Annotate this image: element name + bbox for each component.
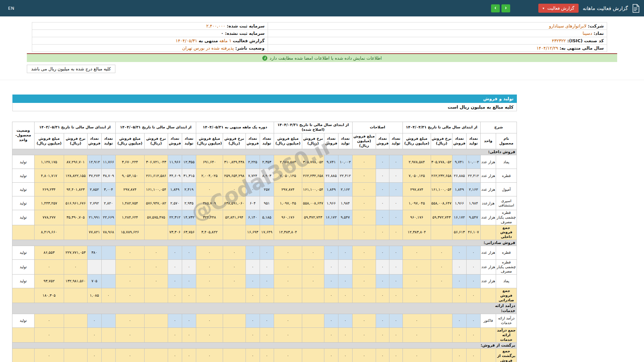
- value-cell: [64, 288, 87, 303]
- value-cell: [431, 349, 452, 362]
- sub-column-header: تعداد تولید: [389, 133, 402, 149]
- value-cell: ۱,۱۲۷,۱۷۵: [34, 155, 64, 169]
- value-cell: ۰: [389, 275, 402, 288]
- company-link[interactable]: لابراتوارهای سینادارو: [549, 23, 587, 28]
- value-cell: ۳۸۵,۷۰۹: [196, 196, 223, 210]
- product-name-cell: پماد: [496, 155, 517, 169]
- value-cell: ۳۰۵,۷۷۸,۰۵۲: [302, 155, 324, 169]
- sub-column-header: نرخ فروش (ریال): [302, 133, 324, 149]
- info-cell: سرمایه ثبت نشده: ۰: [32, 30, 268, 37]
- value-cell: ۰: [352, 246, 376, 259]
- value-cell: ۰: [467, 259, 481, 274]
- value-cell: ۲,۱۶۲: [338, 183, 352, 196]
- value-cell: [101, 246, 115, 259]
- value-cell: [324, 225, 338, 240]
- sub-column-header: تعداد تولید: [182, 133, 196, 149]
- value-cell: ۵۷۶,۹۴۷,۰۸۲: [144, 196, 168, 210]
- navbar-right-group: گزارش فعالیت ماهانه گزارش فعالیت ▾ ‹ ›: [491, 4, 639, 13]
- value-cell: ۱,۴۸۲,۷۵۴: [115, 196, 144, 210]
- value-cell: [101, 314, 115, 328]
- unit-cell: هزار عدد: [481, 259, 496, 274]
- report-type-dropdown[interactable]: گزارش فعالیت ▾: [538, 4, 579, 13]
- value-cell: ۰: [389, 328, 402, 343]
- product-name-cell: اسپری استنشاقی: [496, 196, 517, 210]
- info-value: ۲,۴۰۰,۰۰۰: [206, 23, 225, 28]
- status-cell: تولید: [12, 314, 34, 328]
- value-cell: ۰: [467, 288, 481, 303]
- next-report-button[interactable]: ›: [491, 4, 500, 12]
- value-cell: ۰: [402, 349, 431, 362]
- language-en-link[interactable]: EN: [8, 6, 14, 11]
- value-cell: ۹,۷۴۱: [452, 155, 467, 169]
- value-cell: [302, 314, 324, 328]
- value-cell: ۰: [338, 275, 352, 288]
- info-label: کد صنعت (ISIC):: [567, 38, 604, 43]
- section-row: فروش صادراتی:: [12, 240, 517, 246]
- value-cell: ۰: [87, 314, 101, 328]
- value-cell: ۳,۶۷۰,۲۲۴: [115, 155, 144, 169]
- value-cell: ۲,۱۶۲: [467, 183, 481, 196]
- value-cell: ۰: [302, 246, 324, 259]
- table-header: شرحاز ابتدای سال مالی تا تاریخ ۱۴۰۴/۰۴/۳…: [12, 122, 517, 149]
- value-cell: ۰: [115, 349, 144, 362]
- value-cell: ۲,۹۳۵: [182, 196, 196, 210]
- value-cell: [101, 349, 115, 362]
- section-label-cell: فروش صادراتی:: [12, 240, 517, 246]
- unit-cell: [481, 328, 496, 343]
- value-cell: ۰: [274, 275, 302, 288]
- value-cell: ۱۲,۳۸۳,۸۰۴: [402, 225, 431, 240]
- value-cell: [431, 328, 452, 343]
- value-cell: ۰: [196, 288, 223, 303]
- report-document-icon: [632, 4, 639, 13]
- info-cell: سال مالی منتهی به: ۱۴۰۴/۱۲/۲۹: [268, 45, 607, 52]
- product-name-cell: قطره چشمی یکبار مصرف: [496, 259, 517, 274]
- status-cell: تولید: [12, 155, 34, 169]
- info-value: ۱۴۰۴/۰۵/۳۱: [175, 38, 197, 43]
- value-cell: ۳,۴۰۵,۸۲۲: [196, 225, 223, 240]
- prev-report-button[interactable]: ‹: [501, 4, 510, 12]
- sub-column-header: تعداد فروش: [452, 133, 467, 149]
- value-cell: ۰: [223, 275, 246, 288]
- value-cell: ۰: [352, 225, 376, 240]
- status-cell: تولید: [12, 246, 34, 259]
- info-cell: شرکت: لابراتوارهای سینادارو: [268, 22, 607, 30]
- value-cell: ۰: [389, 349, 402, 362]
- value-cell: ۰: [376, 169, 389, 183]
- col-product-name: نام محصول: [496, 133, 517, 149]
- alert-text: اطلاعات نمایش داده شده با اطلاعات امضا ش…: [270, 56, 382, 61]
- value-cell: ۵۵۸,۰۰۸,۶۴۷: [302, 196, 324, 210]
- value-cell: ۸۷,۲۹۶,۷۰۱: [64, 155, 87, 169]
- value-cell: ۶۹۱,۶۴۰: [196, 155, 223, 169]
- value-cell: ۰: [352, 196, 376, 210]
- info-label: منتهی به: [199, 38, 218, 43]
- status-cell: تولید: [12, 210, 34, 225]
- sub-column-header: نرخ فروش (ریال): [223, 133, 246, 149]
- info-row: نماد: دسینا سرمایه ثبت نشده: ۰: [32, 30, 607, 37]
- value-cell: ۲۶۹,۲۳۴: [34, 183, 64, 196]
- value-cell: [144, 288, 168, 303]
- value-cell: ۱۲,۳۵۵: [182, 155, 196, 169]
- product-name-cell: قطره چشمی یکبار مصرف: [496, 210, 517, 225]
- value-cell: ۲۲,۳۱۲: [168, 210, 182, 225]
- value-cell: ۰: [115, 328, 144, 343]
- col-product-status: وضعیت محصول-واحد: [12, 122, 34, 149]
- value-cell: ۱,۴۴۳,۲۵۷: [34, 196, 64, 210]
- section-row: درآمد ارائه خدمات:: [12, 303, 517, 314]
- product-row: قطرههزار عدد۲۲,۴۱۲۲۶,۸۸۵۲۶۲,۲۳۲,۶۵۸۷,۰۵۰…: [12, 169, 517, 183]
- value-cell: ۲۲,۴۱۲: [338, 169, 352, 183]
- value-cell: ۰: [246, 349, 260, 362]
- value-cell: ۰: [168, 314, 182, 328]
- value-cell: ۲,۵۷۰: [168, 196, 182, 210]
- value-cell: ۰: [260, 259, 274, 274]
- value-cell: ۰: [87, 328, 101, 343]
- value-cell: ۰: [352, 328, 376, 343]
- value-cell: [223, 288, 246, 303]
- value-cell: ۰: [352, 155, 376, 169]
- info-label: سرمایه ثبت شده:: [227, 23, 265, 28]
- table-body: فروش داخلی:پمادهزار عدد۱۰,۰۰۲۹,۷۴۱۳۰۵,۷۷…: [12, 149, 517, 362]
- value-cell: ۹۵۱: [260, 196, 274, 210]
- unit-cell: [481, 288, 496, 303]
- value-cell: [144, 349, 168, 362]
- total-row: جمع فروش داخلی۴۶,۱۰۷۵۶,۶۱۳۱۲,۳۸۳,۸۰۴۰۰۰۱…: [12, 225, 517, 240]
- col-group-1: اصلاحات: [352, 122, 402, 133]
